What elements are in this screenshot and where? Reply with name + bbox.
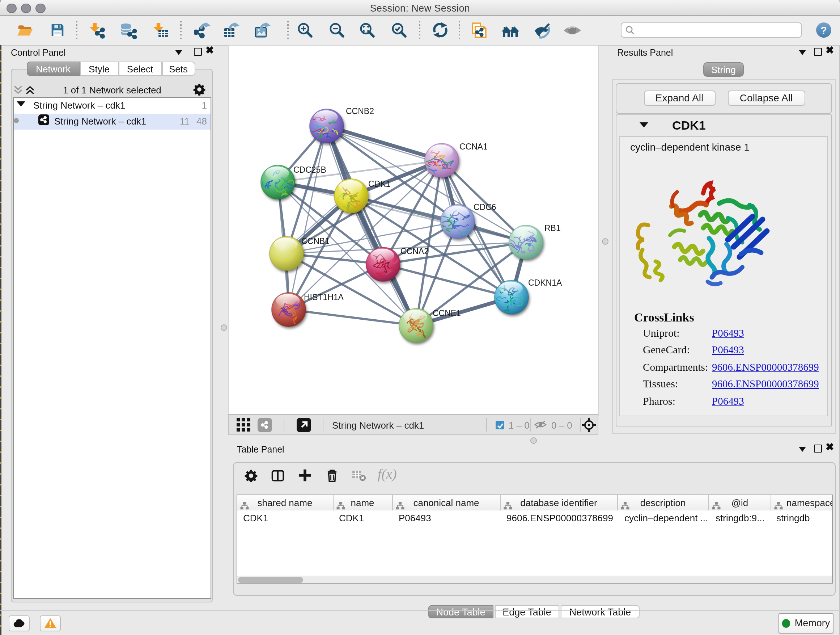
svg-text:HIST1H1A: HIST1H1A [303, 293, 344, 302]
svg-text:CCNE1: CCNE1 [432, 309, 461, 318]
svg-text:CCNB2: CCNB2 [346, 106, 374, 116]
svg-text:CDK1: CDK1 [368, 179, 390, 188]
svg-text:CDKN1A: CDKN1A [528, 278, 562, 287]
svg-text:CCNB1: CCNB1 [301, 236, 329, 246]
svg-text:RB1: RB1 [544, 223, 561, 233]
svg-text:CCNA2: CCNA2 [400, 247, 428, 256]
svg-text:CDC25B: CDC25B [293, 165, 326, 174]
svg-text:CDC6: CDC6 [473, 203, 496, 212]
svg-text:CCNA1: CCNA1 [459, 142, 487, 151]
